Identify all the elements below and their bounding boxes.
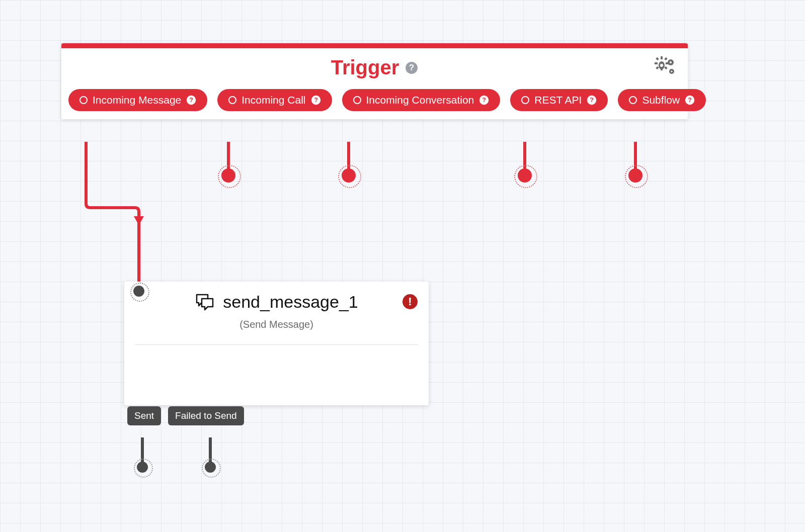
trigger-output-incoming-message[interactable]: Incoming Message ? — [68, 89, 207, 111]
widget-header: send_message_1 ! (Send Message) — [124, 282, 429, 336]
radio-icon — [353, 96, 361, 104]
widget-outputs: Sent Failed to Send — [124, 406, 244, 425]
widget-output-sent[interactable]: Sent — [127, 406, 161, 425]
svg-text:?: ? — [688, 97, 692, 104]
widget-name: send_message_1 — [223, 292, 358, 312]
help-icon[interactable]: ? — [587, 95, 597, 105]
output-port[interactable] — [221, 168, 235, 183]
help-icon[interactable]: ? — [405, 61, 418, 74]
help-icon[interactable]: ? — [311, 95, 321, 105]
output-stem — [634, 142, 637, 169]
svg-text:?: ? — [482, 97, 486, 104]
output-port[interactable] — [205, 462, 216, 473]
svg-rect-3 — [661, 67, 663, 70]
trigger-output-incoming-call[interactable]: Incoming Call ? — [217, 89, 332, 111]
trigger-outputs-row: Incoming Message ? Incoming Call ? Incom… — [61, 84, 688, 119]
output-port[interactable] — [342, 168, 356, 183]
help-icon[interactable]: ? — [186, 95, 196, 105]
pill-label: Incoming Conversation — [366, 94, 474, 106]
output-port[interactable] — [628, 168, 642, 183]
pill-label: Incoming Call — [242, 94, 305, 106]
svg-marker-24 — [134, 216, 144, 225]
trigger-header: Trigger ? — [61, 48, 688, 84]
widget-body — [124, 345, 429, 405]
output-port[interactable] — [518, 168, 532, 183]
chat-bubbles-icon — [195, 292, 215, 312]
svg-text:?: ? — [409, 62, 415, 72]
trigger-output-subflow[interactable]: Subflow ? — [618, 89, 706, 111]
radio-icon — [228, 96, 236, 104]
svg-text:?: ? — [189, 97, 193, 104]
error-icon[interactable]: ! — [403, 294, 418, 309]
out-label: Sent — [134, 410, 154, 421]
trigger-title: Trigger — [331, 56, 399, 79]
trigger-output-incoming-conversation[interactable]: Incoming Conversation ? — [342, 89, 501, 111]
pill-label: REST API — [534, 94, 582, 106]
radio-icon — [629, 96, 637, 104]
trigger-widget[interactable]: Trigger ? — [61, 43, 688, 119]
svg-point-11 — [670, 61, 672, 63]
svg-rect-7 — [664, 57, 667, 60]
settings-gears-icon[interactable] — [653, 55, 677, 76]
svg-text:?: ? — [314, 97, 318, 104]
help-icon[interactable]: ? — [685, 95, 695, 105]
radio-icon — [79, 96, 88, 104]
out-label: Failed to Send — [175, 410, 237, 421]
widget-output-failed[interactable]: Failed to Send — [168, 406, 244, 425]
svg-rect-8 — [656, 66, 659, 69]
trigger-output-rest-api[interactable]: REST API ? — [510, 89, 608, 111]
svg-rect-6 — [656, 57, 659, 60]
trigger-title-row: Trigger ? — [331, 56, 419, 79]
help-icon[interactable]: ? — [479, 95, 489, 105]
output-port[interactable] — [137, 462, 148, 473]
svg-rect-4 — [655, 62, 658, 64]
widget-type-label: (Send Message) — [135, 319, 418, 330]
output-stem — [523, 142, 526, 169]
svg-text:?: ? — [590, 97, 594, 104]
radio-icon — [521, 96, 529, 104]
send-message-widget[interactable]: send_message_1 ! (Send Message) Sent Fai… — [124, 282, 429, 405]
svg-rect-9 — [664, 66, 667, 69]
pill-label: Subflow — [642, 94, 680, 106]
output-stem — [347, 142, 350, 169]
pill-label: Incoming Message — [93, 94, 181, 106]
output-stem — [227, 142, 230, 169]
svg-rect-2 — [661, 56, 663, 59]
svg-point-13 — [671, 70, 672, 72]
